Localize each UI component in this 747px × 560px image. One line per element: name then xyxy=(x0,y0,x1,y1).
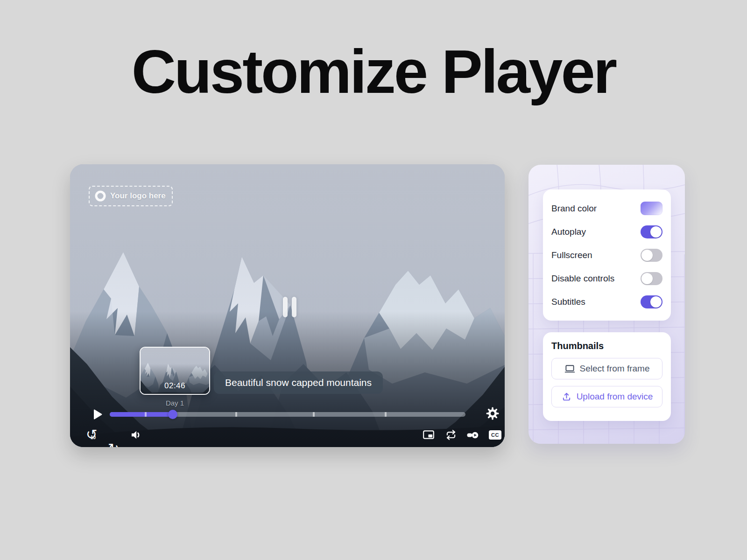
setting-label: Autoplay xyxy=(551,227,586,237)
disable-controls-toggle[interactable] xyxy=(641,272,662,285)
logo-placeholder-label: Your logo here xyxy=(110,191,166,201)
subtitles-toggle[interactable] xyxy=(641,295,662,308)
video-player: Your logo here 02:46 Day 1 Beautiful sno… xyxy=(70,164,505,447)
setting-label: Fullscreen xyxy=(551,250,592,260)
setting-label: Subtitles xyxy=(551,297,585,307)
player-settings-card: Brand color Autoplay Fullscreen Disable … xyxy=(543,189,671,321)
forward-10-icon: ↻ xyxy=(108,441,119,447)
fullscreen-toggle[interactable] xyxy=(641,249,662,262)
thumbnails-card: Thumbnails Select from frame Upload from… xyxy=(543,332,671,421)
progress-thumb[interactable] xyxy=(168,410,177,419)
loop-icon[interactable] xyxy=(445,429,457,441)
laptop-icon xyxy=(564,364,575,374)
upload-icon xyxy=(561,392,572,402)
preview-thumbnail[interactable]: 02:46 xyxy=(140,347,210,395)
subtitle-caption: Beautiful snow capped mountains xyxy=(214,371,383,394)
logo-placeholder[interactable]: Your logo here xyxy=(89,186,173,206)
customize-panel: Brand color Autoplay Fullscreen Disable … xyxy=(529,165,685,444)
rewind-10-button[interactable]: ↺ 10 xyxy=(86,429,100,443)
select-from-frame-button[interactable]: Select from frame xyxy=(551,358,662,379)
chapter-label: Day 1 xyxy=(140,399,210,407)
play-button[interactable] xyxy=(91,408,104,421)
setting-label: Disable controls xyxy=(551,273,614,284)
cc-icon[interactable]: CC xyxy=(489,430,501,440)
thumbnails-heading: Thumbnails xyxy=(551,341,662,351)
setting-row-brand-color: Brand color xyxy=(551,202,662,215)
autoplay-icon[interactable] xyxy=(466,429,479,441)
setting-row-fullscreen: Fullscreen xyxy=(551,249,662,262)
setting-row-subtitles: Subtitles xyxy=(551,295,662,308)
setting-label: Brand color xyxy=(551,203,597,214)
preview-timestamp: 02:46 xyxy=(141,381,209,391)
pip-icon[interactable] xyxy=(423,429,435,441)
progress-bar[interactable] xyxy=(110,412,465,417)
pause-icon[interactable] xyxy=(283,297,296,317)
autoplay-toggle[interactable] xyxy=(641,225,662,238)
forward-10-button[interactable]: ↻ 10 xyxy=(108,443,122,447)
volume-icon[interactable] xyxy=(130,429,142,441)
setting-row-disable-controls: Disable controls xyxy=(551,272,662,285)
setting-row-autoplay: Autoplay xyxy=(551,225,662,238)
progress-fill xyxy=(110,412,173,417)
page-title: Customize Player xyxy=(0,36,747,107)
upload-from-device-button[interactable]: Upload from device xyxy=(551,386,662,407)
logo-ring-icon xyxy=(94,190,106,202)
settings-gear-icon[interactable] xyxy=(486,406,500,420)
brand-color-swatch[interactable] xyxy=(641,202,662,215)
